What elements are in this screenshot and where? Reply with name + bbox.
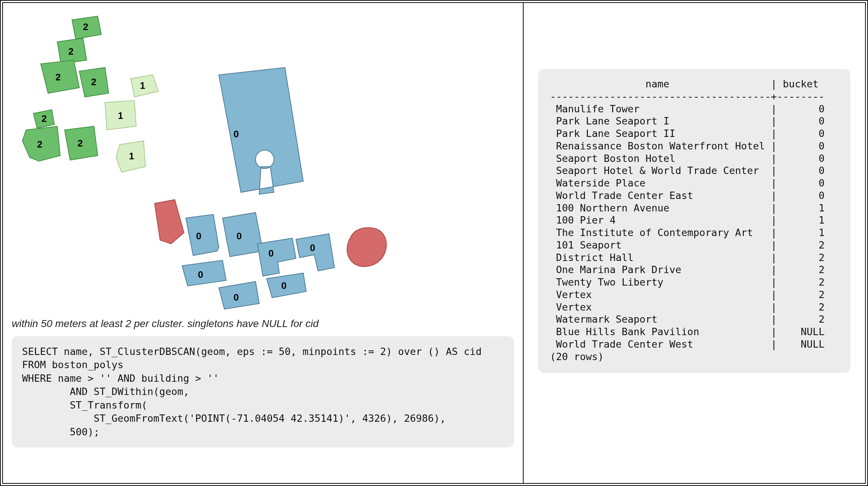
cluster-label: 1 — [140, 80, 145, 91]
cluster-label: 0 — [196, 231, 201, 242]
cluster-label: 0 — [310, 242, 315, 253]
cluster-label: 0 — [236, 231, 242, 242]
cluster-2-group: 2 2 2 2 2 2 2 — [22, 16, 109, 161]
cluster-label: 1 — [129, 150, 134, 162]
cluster0-shape — [296, 234, 334, 271]
cluster-0-group: 0 0 0 0 0 0 0 0 — [182, 68, 334, 309]
figure-caption: within 50 meters at least 2 per cluster.… — [12, 318, 514, 330]
cluster-map-figure: 2 2 2 2 2 2 2 1 1 1 — [12, 9, 514, 313]
sql-code-block: SELECT name, ST_ClusterDBSCAN(geom, eps … — [12, 336, 514, 447]
cluster-label: 2 — [37, 139, 42, 150]
cluster-label: 2 — [91, 76, 96, 87]
cluster0-shape — [182, 260, 226, 286]
cluster0-shape — [223, 213, 263, 257]
cluster-1-group: 1 1 1 — [105, 75, 158, 172]
cluster-label: 2 — [83, 21, 88, 32]
cluster-label: 2 — [41, 113, 47, 124]
right-column: name | bucket --------------------------… — [524, 2, 866, 484]
query-result-block: name | bucket --------------------------… — [538, 69, 850, 373]
cluster-map-svg: 2 2 2 2 2 2 2 1 1 1 — [12, 9, 514, 313]
cluster-label: 0 — [234, 292, 239, 303]
cluster0-shape — [186, 214, 219, 255]
cluster-label: 1 — [118, 110, 123, 121]
page-container: 2 2 2 2 2 2 2 1 1 1 — [0, 0, 868, 486]
cluster-label: 0 — [281, 280, 286, 291]
noise-shape — [347, 228, 386, 266]
cluster-label: 2 — [77, 138, 83, 149]
cluster-label: 2 — [55, 72, 61, 83]
cluster-label: 0 — [198, 269, 203, 280]
cluster-label: 2 — [68, 46, 73, 57]
cluster-label: 0 — [234, 128, 239, 139]
noise-shape — [155, 200, 184, 244]
cluster0-shape — [219, 282, 259, 309]
cluster-label: 0 — [268, 248, 274, 259]
cluster0-shape — [219, 68, 303, 194]
cluster0-shape — [257, 238, 296, 276]
left-column: 2 2 2 2 2 2 2 1 1 1 — [2, 2, 524, 484]
